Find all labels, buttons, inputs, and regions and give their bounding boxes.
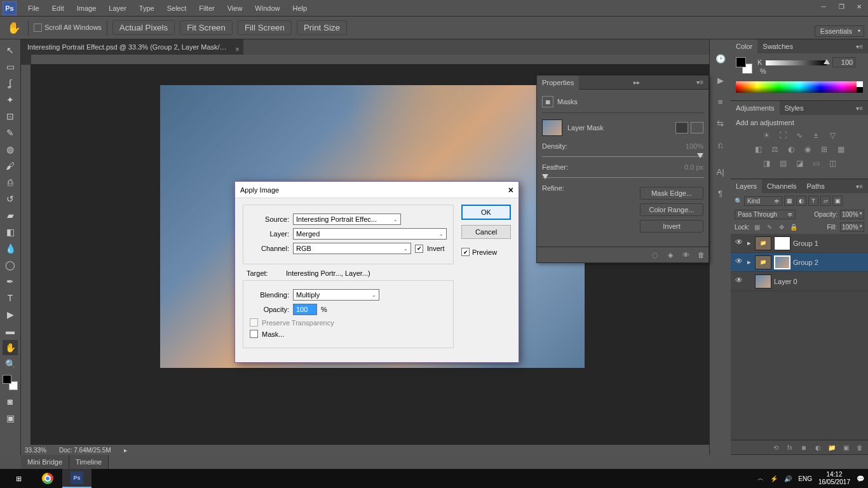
hue-sat-icon[interactable]: ◧ xyxy=(752,144,764,154)
zoom-level[interactable]: 33.33% xyxy=(25,447,46,454)
feather-slider[interactable] xyxy=(542,177,703,178)
tab-timeline[interactable]: Timeline xyxy=(69,455,109,469)
dialog-close-icon[interactable]: × xyxy=(508,185,513,195)
crop-tool[interactable]: ⊡ xyxy=(3,109,18,124)
lock-all-icon[interactable]: 🔒 xyxy=(789,223,798,232)
photo-filter-icon[interactable]: ◉ xyxy=(802,144,813,154)
k-slider[interactable] xyxy=(766,60,827,65)
menu-image[interactable]: Image xyxy=(71,0,103,17)
panel-menu-icon[interactable]: ▾≡ xyxy=(853,105,865,112)
color-lookup-icon[interactable]: ▦ xyxy=(835,144,846,154)
layer-name[interactable]: Group 1 xyxy=(793,240,818,247)
visibility-toggle[interactable]: 👁 xyxy=(733,276,745,287)
tab-paths[interactable]: Paths xyxy=(802,179,830,193)
filter-smart-icon[interactable]: ▣ xyxy=(832,196,843,206)
load-selection-icon[interactable]: ◌ xyxy=(650,250,660,260)
density-value[interactable]: 100% xyxy=(669,142,703,150)
fg-bg-swatch[interactable] xyxy=(736,57,752,74)
lock-pixels-icon[interactable]: ✎ xyxy=(765,223,774,232)
magic-wand-tool[interactable]: ✦ xyxy=(3,92,18,107)
screen-mode-toggle[interactable]: ▣ xyxy=(3,410,18,426)
filter-shape-icon[interactable]: ▱ xyxy=(820,196,831,206)
menu-edit[interactable]: Edit xyxy=(46,0,71,17)
feather-value[interactable]: 0.0 px xyxy=(669,163,703,171)
ok-button[interactable]: OK xyxy=(461,205,511,220)
eraser-tool[interactable]: ▰ xyxy=(3,208,18,223)
layer-select[interactable]: Merged⌄ xyxy=(293,228,447,240)
brush-presets-icon[interactable]: ≡ xyxy=(714,95,727,108)
preview-checkbox[interactable] xyxy=(461,248,470,256)
blend-mode-select[interactable]: Pass Through≑ xyxy=(735,210,796,219)
language-indicator[interactable]: ENG xyxy=(798,475,812,482)
fill-input[interactable]: 100%▾ xyxy=(840,222,864,232)
layer-row[interactable]: 👁 Layer 0 xyxy=(731,272,868,291)
pixel-mask-button[interactable] xyxy=(675,122,688,133)
healing-brush-tool[interactable]: ◍ xyxy=(3,142,18,157)
color-range-button[interactable]: Color Range... xyxy=(640,203,703,216)
selective-color-icon[interactable]: ◫ xyxy=(827,158,838,168)
invert-button[interactable]: Invert xyxy=(640,220,703,233)
clock[interactable]: 14:12 16/05/2017 xyxy=(818,471,850,486)
print-size-button[interactable]: Print Size xyxy=(297,20,347,35)
tray-chevron-icon[interactable]: ︿ xyxy=(757,474,764,483)
volume-icon[interactable]: 🔊 xyxy=(784,475,792,482)
menu-view[interactable]: View xyxy=(221,0,249,17)
vibrance-icon[interactable]: ▽ xyxy=(827,130,838,140)
tab-mini-bridge[interactable]: Mini Bridge xyxy=(21,455,69,469)
posterize-icon[interactable]: ▤ xyxy=(777,158,789,168)
paragraph-panel-icon[interactable]: ¶ xyxy=(714,187,727,200)
document-tab[interactable]: Interesting Portrait Effect.psd @ 33.3% … xyxy=(21,39,243,55)
new-group-icon[interactable]: 📁 xyxy=(826,442,837,452)
curves-icon[interactable]: ∿ xyxy=(794,130,805,140)
tab-color[interactable]: Color xyxy=(731,39,757,53)
eyedropper-tool[interactable]: ✎ xyxy=(3,125,18,140)
actions-panel-icon[interactable]: ▶ xyxy=(714,74,727,86)
actual-pixels-button[interactable]: Actual Pixels xyxy=(112,20,175,35)
gradient-map-icon[interactable]: ▭ xyxy=(810,158,822,168)
black-white-icon[interactable]: ◐ xyxy=(785,144,797,154)
filter-pixel-icon[interactable]: ▦ xyxy=(784,196,794,206)
start-button[interactable]: ⊞ xyxy=(4,469,33,488)
panel-menu-icon[interactable]: ▾≡ xyxy=(853,43,865,50)
tab-adjustments[interactable]: Adjustments xyxy=(731,101,780,115)
color-swatches[interactable] xyxy=(3,375,18,390)
fill-screen-button[interactable]: Fill Screen xyxy=(238,20,292,35)
brush-panel-icon[interactable]: ⇆ xyxy=(714,117,727,130)
layer-row[interactable]: 👁 ▸ 📁 Group 1 xyxy=(731,234,868,253)
fit-screen-button[interactable]: Fit Screen xyxy=(180,20,233,35)
history-brush-tool[interactable]: ↺ xyxy=(3,191,18,207)
tab-styles[interactable]: Styles xyxy=(780,101,809,115)
lock-position-icon[interactable]: ✥ xyxy=(777,223,786,232)
invert-icon[interactable]: ◨ xyxy=(761,158,772,168)
zoom-tool[interactable]: 🔍 xyxy=(3,356,18,372)
source-select[interactable]: Interesting Portrait Effec...⌄ xyxy=(293,214,401,225)
opacity-input[interactable]: 100%▾ xyxy=(840,210,864,219)
levels-icon[interactable]: ⛶ xyxy=(777,130,789,140)
clone-stamp-tool[interactable]: ⎙ xyxy=(3,175,18,190)
filter-adjust-icon[interactable]: ◐ xyxy=(796,196,806,206)
new-layer-icon[interactable]: ▣ xyxy=(840,442,851,452)
add-mask-icon[interactable]: ◙ xyxy=(798,442,810,452)
status-arrow-icon[interactable]: ▸ xyxy=(124,447,127,454)
workspace-switcher[interactable]: Essentials xyxy=(815,25,864,37)
tab-properties[interactable]: Properties xyxy=(537,76,579,90)
tab-channels[interactable]: Channels xyxy=(762,179,801,193)
layer-name[interactable]: Group 2 xyxy=(793,259,818,266)
vector-mask-button[interactable] xyxy=(691,122,703,133)
dodge-tool[interactable]: ◯ xyxy=(3,257,18,273)
menu-help[interactable]: Help xyxy=(286,0,313,17)
filter-kind-select[interactable]: Kind≑ xyxy=(744,196,782,206)
lock-transparency-icon[interactable]: ▦ xyxy=(753,223,762,232)
rectangle-tool[interactable]: ▬ xyxy=(3,323,18,339)
menu-window[interactable]: Window xyxy=(248,0,286,17)
lasso-tool[interactable]: ʆ xyxy=(3,76,18,91)
channel-mixer-icon[interactable]: ⊞ xyxy=(818,144,830,154)
mask-checkbox[interactable] xyxy=(250,330,258,338)
channel-select[interactable]: RGB⌄ xyxy=(293,243,411,254)
mask-edge-button[interactable]: Mask Edge... xyxy=(640,187,703,200)
brightness-contrast-icon[interactable]: ☀ xyxy=(761,130,772,140)
wifi-icon[interactable]: ⚡ xyxy=(770,475,778,482)
scroll-all-checkbox[interactable]: Scroll All Windows xyxy=(34,24,102,32)
panel-menu-icon[interactable]: ▾≡ xyxy=(853,183,865,190)
menu-filter[interactable]: Filter xyxy=(193,0,220,17)
